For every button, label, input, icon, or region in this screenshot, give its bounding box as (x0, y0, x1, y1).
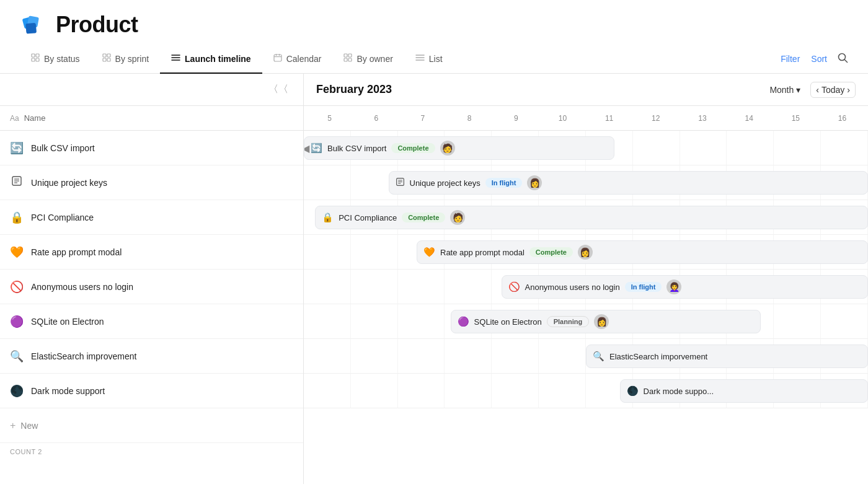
sidebar-rows: 🔄 Bulk CSV import Unique project keys 🔒 … (0, 131, 303, 484)
svg-rect-19 (348, 54, 352, 57)
svg-rect-8 (107, 54, 110, 57)
timeline-dates-row: 5 6 7 8 9 10 11 12 13 14 15 16 (304, 106, 868, 131)
bulk-csv-icon: 🔄 (10, 141, 24, 155)
sidebar-row-bulk-csv[interactable]: 🔄 Bulk CSV import (0, 131, 303, 165)
sidebar-row-dark-mode[interactable]: 🌑 Dark mode support (0, 374, 303, 408)
bar-elastic-label: ElasticSearch imporvement (609, 352, 707, 361)
date-12: 12 (632, 114, 679, 123)
new-row-button[interactable]: + New (0, 408, 303, 443)
date-13: 13 (679, 114, 725, 123)
bar-anon-users[interactable]: 🚫 Anonymous users no login In flight 👩‍🦱 (502, 275, 869, 299)
date-7: 7 (399, 114, 446, 123)
dark-mode-icon: 🌑 (10, 384, 24, 398)
nav-prev-icon[interactable]: ‹ (816, 85, 819, 95)
launch-timeline-icon (171, 53, 180, 64)
dark-mode-label: Dark mode support (31, 386, 105, 396)
svg-rect-2 (25, 23, 37, 34)
month-chevron-icon: ▾ (796, 85, 800, 95)
svg-rect-14 (274, 55, 281, 61)
tab-list-label: List (429, 54, 443, 64)
elastic-icon: 🔍 (10, 349, 24, 363)
sidebar-row-rate-app[interactable]: 🧡 Rate app prompt modal (0, 235, 303, 270)
bar-bulk-csv[interactable]: ◀ 🔄 Bulk CSV import Complete 🧑 (304, 136, 614, 160)
bar-sqlite-label: SQLite on Electron (474, 317, 542, 327)
tab-by-sprint-label: By sprint (115, 54, 149, 64)
count-row: COUNT 2 (0, 443, 303, 460)
bar-pci-badge: Complete (402, 213, 445, 222)
sqlite-icon: 🟣 (10, 315, 24, 328)
calendar-icon (273, 53, 282, 64)
bar-unique-keys[interactable]: Unique project keys In flight 👩 (389, 171, 869, 195)
tab-by-status[interactable]: By status (20, 45, 91, 74)
sort-button[interactable]: Sort (810, 51, 828, 66)
timeline-panel: February 2023 Month ▾ ‹ Today › 5 6 7 8 … (304, 74, 868, 484)
new-plus-icon: + (10, 420, 16, 431)
sidebar-row-pci[interactable]: 🔒 PCI Compliance (0, 200, 303, 235)
bar-sqlite-icon: 🟣 (458, 316, 469, 327)
col-aa-label: Aa (10, 114, 19, 123)
bar-unique-keys-icon (396, 177, 405, 188)
timeline-content: ◀ 🔄 Bulk CSV import Complete 🧑 Unique pr… (304, 131, 868, 484)
tab-launch-timeline-label: Launch timeline (185, 54, 251, 64)
bar-unique-keys-avatar: 👩 (527, 175, 542, 190)
tab-launch-timeline[interactable]: Launch timeline (160, 45, 262, 74)
anon-users-icon: 🚫 (10, 280, 24, 294)
svg-rect-10 (107, 58, 110, 61)
bar-sqlite[interactable]: 🟣 SQLite on Electron Planning 👩 (451, 310, 761, 333)
month-selector[interactable]: Month ▾ (769, 85, 800, 95)
tabs-bar: By status By sprint Launch timeline Cale… (0, 45, 868, 74)
date-5: 5 (306, 114, 353, 123)
svg-rect-7 (103, 54, 106, 57)
bulk-csv-label: Bulk CSV import (31, 143, 95, 153)
svg-rect-9 (103, 58, 106, 61)
left-panel: 〈〈 Aa Name 🔄 Bulk CSV import Unique proj… (0, 74, 304, 484)
sidebar-row-elastic[interactable]: 🔍 ElasticSearch improvement (0, 339, 303, 374)
collapse-button[interactable]: 〈〈 (264, 81, 293, 99)
bar-bulk-csv-avatar: 🧑 (440, 141, 455, 156)
bar-pci-label: PCI Compliance (339, 213, 397, 222)
tab-by-owner[interactable]: By owner (332, 45, 404, 74)
timeline-row-sqlite: 🟣 SQLite on Electron Planning 👩 (304, 304, 868, 339)
date-8: 8 (446, 114, 493, 123)
by-status-icon (31, 53, 40, 64)
bar-anon-users-icon: 🚫 (508, 281, 520, 292)
nav-today-button[interactable]: ‹ Today › (810, 82, 856, 98)
bar-bulk-csv-icon: 🔄 (311, 143, 322, 154)
search-button[interactable] (837, 52, 848, 66)
list-icon (415, 53, 425, 64)
tab-by-status-label: By status (44, 54, 80, 64)
date-14: 14 (726, 114, 773, 123)
tab-calendar[interactable]: Calendar (262, 45, 333, 74)
bar-sqlite-badge: Planning (547, 316, 589, 327)
main-area: 〈〈 Aa Name 🔄 Bulk CSV import Unique proj… (0, 74, 868, 484)
timeline-row-anon-users: 🚫 Anonymous users no login In flight 👩‍🦱 (304, 270, 868, 304)
filter-button[interactable]: Filter (779, 51, 801, 66)
bar-dark-mode[interactable]: 🌑 Dark mode suppo... (620, 379, 868, 403)
by-owner-icon (343, 53, 352, 64)
date-10: 10 (539, 114, 586, 123)
bar-sqlite-avatar: 👩 (594, 314, 609, 329)
svg-point-25 (839, 54, 846, 61)
sidebar-row-anon-users[interactable]: 🚫 Anonymous users no login (0, 270, 303, 304)
nav-next-icon[interactable]: › (847, 85, 850, 95)
svg-rect-4 (36, 54, 39, 57)
month-selector-label: Month (769, 85, 794, 95)
tab-by-owner-label: By owner (356, 54, 392, 64)
timeline-row-pci: 🔒 PCI Compliance Complete 🧑 (304, 200, 868, 235)
timeline-top-bar: February 2023 Month ▾ ‹ Today › (304, 74, 868, 106)
date-11: 11 (586, 114, 632, 123)
svg-rect-21 (348, 58, 352, 61)
date-16: 16 (819, 114, 866, 123)
col-name-label: Name (24, 113, 46, 123)
bar-elastic-icon: 🔍 (593, 351, 604, 362)
timeline-row-bulk-csv: ◀ 🔄 Bulk CSV import Complete 🧑 (304, 131, 868, 165)
bar-unique-keys-label: Unique project keys (410, 178, 480, 188)
tab-by-sprint[interactable]: By sprint (91, 45, 160, 74)
bar-pci[interactable]: 🔒 PCI Compliance Complete 🧑 (315, 206, 868, 229)
app-header: Product (0, 0, 868, 45)
tab-list[interactable]: List (404, 45, 454, 74)
sidebar-row-sqlite[interactable]: 🟣 SQLite on Electron (0, 304, 303, 339)
bar-elastic[interactable]: 🔍 ElasticSearch imporvement (586, 345, 868, 368)
bar-rate-app[interactable]: 🧡 Rate app prompt modal Complete 👩 (417, 240, 868, 264)
sidebar-row-unique-keys[interactable]: Unique project keys (0, 165, 303, 200)
